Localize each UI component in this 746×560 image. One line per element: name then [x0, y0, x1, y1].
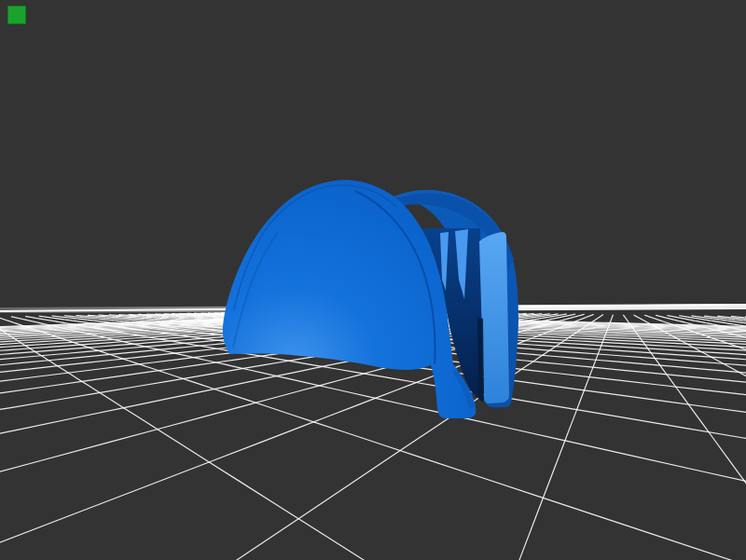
leg-gap-crease	[477, 317, 484, 401]
status-indicator-square	[7, 6, 26, 24]
viewport-3d[interactable]	[0, 0, 746, 560]
model-mesh[interactable]	[223, 180, 518, 418]
model-layer	[0, 0, 746, 560]
column-front-face	[479, 232, 509, 403]
